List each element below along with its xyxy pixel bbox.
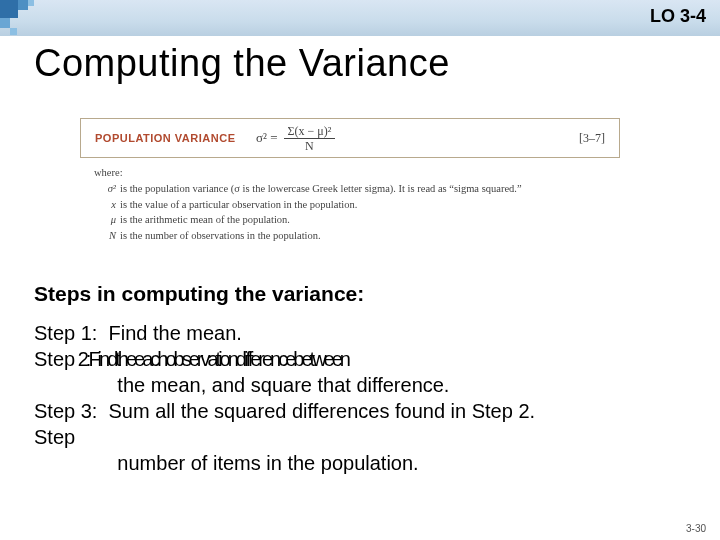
steps-header: Steps in computing the variance: (34, 282, 364, 306)
where-text: is the arithmetic mean of the population… (120, 212, 290, 228)
where-symbol: N (94, 228, 120, 244)
formula-box: POPULATION VARIANCE σ² = Σ(x − μ)² N [3–… (80, 118, 620, 158)
step-prefix: Step (34, 348, 75, 370)
steps-list: Step 1: Find the mean. Step 2:Findtheeac… (34, 320, 690, 476)
where-symbol: μ (94, 212, 120, 228)
formula-fraction: Σ(x − μ)² N (284, 125, 336, 152)
page-number: 3-30 (686, 523, 706, 534)
formula-label: POPULATION VARIANCE (81, 132, 256, 144)
step-line: the mean, and square that difference. (34, 372, 690, 398)
step-line: Step 3: Sum all the squared differences … (34, 398, 690, 424)
step-line: number of items in the population. (34, 450, 690, 476)
step-line: Step (34, 424, 690, 450)
where-symbol: x (94, 197, 120, 213)
formula-reference: [3–7] (579, 131, 619, 146)
step-line: Step 2:Findtheeachobservationdifferenceb… (34, 346, 690, 372)
formula-equation: σ² = Σ(x − μ)² N (256, 125, 579, 152)
formula-numerator: Σ(x − μ)² (284, 125, 336, 139)
where-label: where: (94, 165, 522, 181)
learning-objective-label: LO 3-4 (650, 6, 706, 27)
page-title: Computing the Variance (34, 42, 450, 85)
where-text: is the population variance (σ is the low… (120, 181, 522, 197)
formula-denominator: N (305, 139, 314, 152)
where-symbol: σ² (94, 181, 120, 197)
where-text: is the number of observations in the pop… (120, 228, 321, 244)
slide: LO 3-4 Computing the Variance POPULATION… (0, 0, 720, 540)
corner-decoration (0, 0, 44, 44)
where-text: is the value of a particular observation… (120, 197, 357, 213)
formula-lhs: σ² = (256, 130, 278, 146)
title-bar (0, 0, 720, 36)
step-line: Step 1: Find the mean. (34, 320, 690, 346)
where-block: where: σ²is the population variance (σ i… (94, 165, 522, 244)
step-garbled-text: 2:Findtheeachobservationdifferencebetwee… (75, 348, 348, 370)
